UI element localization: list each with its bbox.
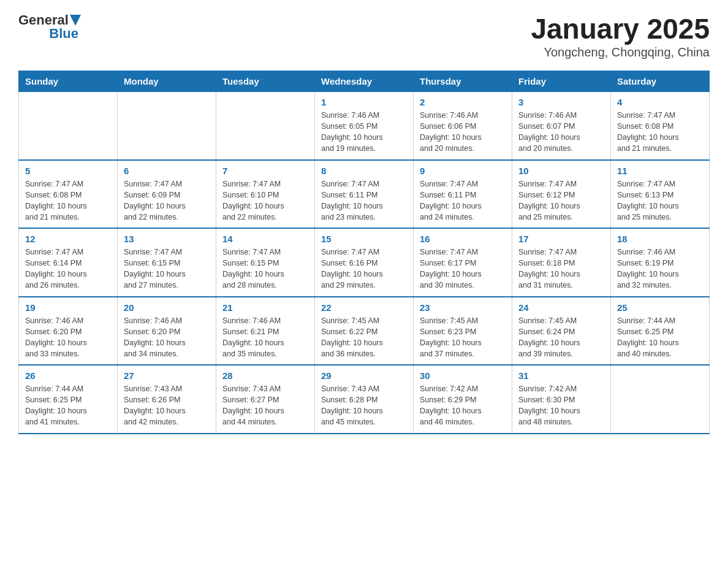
calendar-cell <box>19 92 118 160</box>
calendar-cell: 29Sunrise: 7:43 AM Sunset: 6:28 PM Dayli… <box>315 365 414 434</box>
day-info: Sunrise: 7:44 AM Sunset: 6:25 PM Dayligh… <box>617 315 703 360</box>
day-number: 4 <box>617 97 703 107</box>
week-row-2: 5Sunrise: 7:47 AM Sunset: 6:08 PM Daylig… <box>19 160 710 229</box>
page-subtitle: Yongcheng, Chongqing, China <box>531 45 710 59</box>
title-area: January 2025 Yongcheng, Chongqing, China <box>531 12 710 59</box>
day-info: Sunrise: 7:45 AM Sunset: 6:22 PM Dayligh… <box>321 315 407 360</box>
day-number: 19 <box>25 302 111 313</box>
day-info: Sunrise: 7:47 AM Sunset: 6:12 PM Dayligh… <box>518 178 604 223</box>
calendar-cell: 13Sunrise: 7:47 AM Sunset: 6:15 PM Dayli… <box>118 228 216 297</box>
calendar-cell: 30Sunrise: 7:42 AM Sunset: 6:29 PM Dayli… <box>414 365 512 434</box>
logo: General Blue <box>18 12 81 42</box>
day-info: Sunrise: 7:47 AM Sunset: 6:08 PM Dayligh… <box>25 178 111 223</box>
calendar-cell: 5Sunrise: 7:47 AM Sunset: 6:08 PM Daylig… <box>19 160 118 229</box>
column-header-tuesday: Tuesday <box>216 71 315 92</box>
day-number: 10 <box>518 166 604 176</box>
calendar-cell <box>216 92 315 160</box>
calendar-cell: 2Sunrise: 7:46 AM Sunset: 6:06 PM Daylig… <box>414 92 512 160</box>
day-info: Sunrise: 7:47 AM Sunset: 6:13 PM Dayligh… <box>617 178 703 223</box>
day-number: 31 <box>518 370 604 381</box>
calendar-cell: 7Sunrise: 7:47 AM Sunset: 6:10 PM Daylig… <box>216 160 315 229</box>
calendar-table: SundayMondayTuesdayWednesdayThursdayFrid… <box>18 71 710 434</box>
day-info: Sunrise: 7:47 AM Sunset: 6:15 PM Dayligh… <box>222 247 308 291</box>
day-number: 7 <box>222 166 308 176</box>
day-info: Sunrise: 7:47 AM Sunset: 6:16 PM Dayligh… <box>321 247 407 291</box>
day-info: Sunrise: 7:46 AM Sunset: 6:21 PM Dayligh… <box>222 315 308 360</box>
calendar-cell <box>611 365 710 434</box>
day-number: 3 <box>518 97 604 107</box>
day-number: 17 <box>518 234 604 244</box>
day-number: 8 <box>321 166 407 176</box>
calendar-cell: 20Sunrise: 7:46 AM Sunset: 6:20 PM Dayli… <box>118 297 216 366</box>
day-info: Sunrise: 7:43 AM Sunset: 6:27 PM Dayligh… <box>222 383 308 428</box>
logo-icon <box>70 15 81 26</box>
day-number: 28 <box>222 370 308 381</box>
calendar-cell: 12Sunrise: 7:47 AM Sunset: 6:14 PM Dayli… <box>19 228 118 297</box>
calendar-cell: 25Sunrise: 7:44 AM Sunset: 6:25 PM Dayli… <box>611 297 710 366</box>
day-info: Sunrise: 7:47 AM Sunset: 6:17 PM Dayligh… <box>420 247 506 291</box>
logo-blue: Blue <box>49 26 81 42</box>
day-info: Sunrise: 7:47 AM Sunset: 6:14 PM Dayligh… <box>25 247 111 291</box>
week-row-3: 12Sunrise: 7:47 AM Sunset: 6:14 PM Dayli… <box>19 228 710 297</box>
day-number: 15 <box>321 234 407 244</box>
day-number: 18 <box>617 234 703 244</box>
calendar-cell: 14Sunrise: 7:47 AM Sunset: 6:15 PM Dayli… <box>216 228 315 297</box>
page-header: General Blue January 2025 Yongcheng, Cho… <box>18 12 710 59</box>
calendar-cell: 23Sunrise: 7:45 AM Sunset: 6:23 PM Dayli… <box>414 297 512 366</box>
calendar-cell: 24Sunrise: 7:45 AM Sunset: 6:24 PM Dayli… <box>512 297 611 366</box>
calendar-cell: 26Sunrise: 7:44 AM Sunset: 6:25 PM Dayli… <box>19 365 118 434</box>
day-info: Sunrise: 7:46 AM Sunset: 6:05 PM Dayligh… <box>321 110 407 155</box>
day-info: Sunrise: 7:46 AM Sunset: 6:20 PM Dayligh… <box>25 315 111 360</box>
day-info: Sunrise: 7:42 AM Sunset: 6:29 PM Dayligh… <box>420 383 506 428</box>
day-number: 22 <box>321 302 407 313</box>
column-header-wednesday: Wednesday <box>315 71 414 92</box>
day-number: 6 <box>124 166 210 176</box>
column-header-sunday: Sunday <box>19 71 118 92</box>
calendar-cell: 9Sunrise: 7:47 AM Sunset: 6:11 PM Daylig… <box>414 160 512 229</box>
day-number: 11 <box>617 166 703 176</box>
day-number: 16 <box>420 234 506 244</box>
day-number: 1 <box>321 97 407 107</box>
day-number: 26 <box>25 370 111 381</box>
calendar-cell: 19Sunrise: 7:46 AM Sunset: 6:20 PM Dayli… <box>19 297 118 366</box>
week-row-5: 26Sunrise: 7:44 AM Sunset: 6:25 PM Dayli… <box>19 365 710 434</box>
day-number: 25 <box>617 302 703 313</box>
day-info: Sunrise: 7:46 AM Sunset: 6:20 PM Dayligh… <box>124 315 210 360</box>
day-info: Sunrise: 7:47 AM Sunset: 6:08 PM Dayligh… <box>617 110 703 155</box>
calendar-cell: 21Sunrise: 7:46 AM Sunset: 6:21 PM Dayli… <box>216 297 315 366</box>
day-number: 13 <box>124 234 210 244</box>
day-info: Sunrise: 7:47 AM Sunset: 6:10 PM Dayligh… <box>222 178 308 223</box>
day-number: 12 <box>25 234 111 244</box>
column-header-saturday: Saturday <box>611 71 710 92</box>
calendar-cell: 4Sunrise: 7:47 AM Sunset: 6:08 PM Daylig… <box>611 92 710 160</box>
week-row-4: 19Sunrise: 7:46 AM Sunset: 6:20 PM Dayli… <box>19 297 710 366</box>
calendar-cell: 18Sunrise: 7:46 AM Sunset: 6:19 PM Dayli… <box>611 228 710 297</box>
calendar-cell: 10Sunrise: 7:47 AM Sunset: 6:12 PM Dayli… <box>512 160 611 229</box>
day-info: Sunrise: 7:47 AM Sunset: 6:11 PM Dayligh… <box>321 178 407 223</box>
day-number: 2 <box>420 97 506 107</box>
day-info: Sunrise: 7:46 AM Sunset: 6:19 PM Dayligh… <box>617 247 703 291</box>
calendar-cell <box>118 92 216 160</box>
calendar-cell: 6Sunrise: 7:47 AM Sunset: 6:09 PM Daylig… <box>118 160 216 229</box>
day-number: 23 <box>420 302 506 313</box>
calendar-cell: 22Sunrise: 7:45 AM Sunset: 6:22 PM Dayli… <box>315 297 414 366</box>
day-number: 5 <box>25 166 111 176</box>
day-info: Sunrise: 7:46 AM Sunset: 6:07 PM Dayligh… <box>518 110 604 155</box>
day-number: 21 <box>222 302 308 313</box>
calendar-cell: 15Sunrise: 7:47 AM Sunset: 6:16 PM Dayli… <box>315 228 414 297</box>
day-info: Sunrise: 7:47 AM Sunset: 6:18 PM Dayligh… <box>518 247 604 291</box>
day-number: 30 <box>420 370 506 381</box>
day-number: 29 <box>321 370 407 381</box>
day-info: Sunrise: 7:47 AM Sunset: 6:11 PM Dayligh… <box>420 178 506 223</box>
calendar-cell: 1Sunrise: 7:46 AM Sunset: 6:05 PM Daylig… <box>315 92 414 160</box>
calendar-cell: 17Sunrise: 7:47 AM Sunset: 6:18 PM Dayli… <box>512 228 611 297</box>
calendar-header-row: SundayMondayTuesdayWednesdayThursdayFrid… <box>19 71 710 92</box>
day-number: 24 <box>518 302 604 313</box>
calendar-cell: 31Sunrise: 7:42 AM Sunset: 6:30 PM Dayli… <box>512 365 611 434</box>
day-number: 27 <box>124 370 210 381</box>
day-number: 14 <box>222 234 308 244</box>
day-info: Sunrise: 7:46 AM Sunset: 6:06 PM Dayligh… <box>420 110 506 155</box>
day-info: Sunrise: 7:45 AM Sunset: 6:24 PM Dayligh… <box>518 315 604 360</box>
column-header-thursday: Thursday <box>414 71 512 92</box>
day-info: Sunrise: 7:43 AM Sunset: 6:26 PM Dayligh… <box>124 383 210 428</box>
